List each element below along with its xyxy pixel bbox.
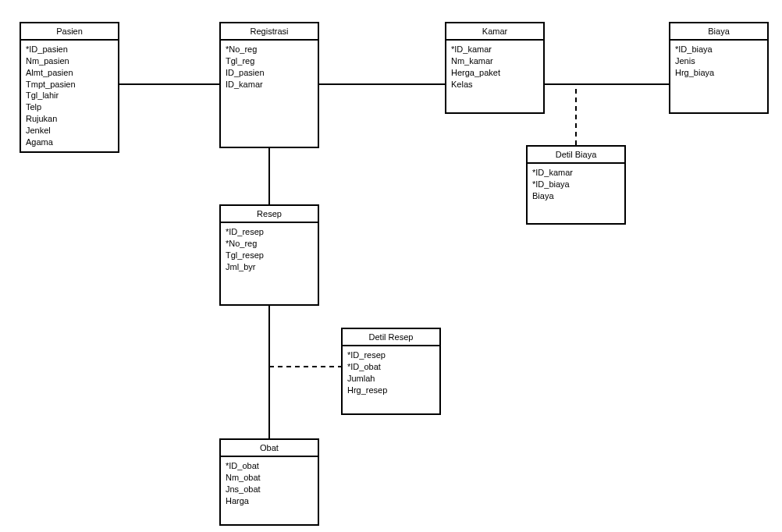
attr: Jns_obat <box>226 484 313 495</box>
attr: Biaya <box>532 190 620 202</box>
attr: *ID_kamar <box>532 167 620 179</box>
entity-attrs: *ID_kamar Nm_kamar Herga_paket Kelas <box>446 41 543 93</box>
attr: ID_kamar <box>226 79 313 90</box>
attr: Nm_obat <box>226 472 313 484</box>
entity-attrs: *ID_resep *ID_obat Jumlah Hrg_resep <box>343 346 439 399</box>
entity-title: Detil Resep <box>343 329 439 346</box>
attr: *ID_obat <box>226 460 313 472</box>
entity-title: Resep <box>221 206 318 223</box>
attr: Agama <box>26 137 113 148</box>
attr: Jml_byr <box>226 261 313 273</box>
attr: *No_reg <box>226 238 313 250</box>
attr: Telp <box>26 101 113 113</box>
attr: *ID_biaya <box>532 179 620 190</box>
attr: Nm_pasien <box>26 55 113 67</box>
entity-attrs: *ID_obat Nm_obat Jns_obat Harga <box>221 457 318 509</box>
attr: Rujukan <box>26 113 113 125</box>
entity-obat: Obat *ID_obat Nm_obat Jns_obat Harga <box>219 438 319 526</box>
attr: Kelas <box>451 79 539 90</box>
attr: Hrg_resep <box>347 385 435 396</box>
entity-resep: Resep *ID_resep *No_reg Tgl_resep Jml_by… <box>219 204 319 306</box>
entity-attrs: *ID_biaya Jenis Hrg_biaya <box>670 41 767 82</box>
attr: *ID_obat <box>347 361 435 373</box>
entity-attrs: *No_reg Tgl_reg ID_pasien ID_kamar <box>221 41 318 93</box>
entity-title: Kamar <box>446 23 543 41</box>
attr: Jenkel <box>26 125 113 137</box>
entity-title: Pasien <box>21 23 118 41</box>
attr: Jenis <box>675 55 762 67</box>
attr: *ID_kamar <box>451 44 539 55</box>
attr: *ID_biaya <box>675 44 762 55</box>
attr: ID_pasien <box>226 67 313 79</box>
entity-detil-resep: Detil Resep *ID_resep *ID_obat Jumlah Hr… <box>341 328 441 415</box>
attr: Herga_paket <box>451 67 539 79</box>
entity-attrs: *ID_pasien Nm_pasien Almt_pasien Tmpt_pa… <box>21 41 118 151</box>
entity-biaya: Biaya *ID_biaya Jenis Hrg_biaya <box>669 22 769 114</box>
attr: *No_reg <box>226 44 313 55</box>
entity-pasien: Pasien *ID_pasien Nm_pasien Almt_pasien … <box>20 22 119 153</box>
attr: Tgl_reg <box>226 55 313 67</box>
attr: Harga <box>226 495 313 507</box>
attr: Tgl_lahir <box>26 90 113 101</box>
entity-title: Biaya <box>670 23 767 41</box>
attr: Jumlah <box>347 373 435 385</box>
attr: Almt_pasien <box>26 67 113 79</box>
attr: *ID_resep <box>347 349 435 361</box>
entity-attrs: *ID_resep *No_reg Tgl_resep Jml_byr <box>221 223 318 275</box>
attr: Hrg_biaya <box>675 67 762 79</box>
entity-kamar: Kamar *ID_kamar Nm_kamar Herga_paket Kel… <box>445 22 545 114</box>
entity-title: Registrasi <box>221 23 318 41</box>
attr: Nm_kamar <box>451 55 539 67</box>
entity-attrs: *ID_kamar *ID_biaya Biaya <box>528 164 624 205</box>
attr: *ID_pasien <box>26 44 113 55</box>
attr: *ID_resep <box>226 226 313 238</box>
attr: Tmpt_pasien <box>26 79 113 90</box>
attr: Tgl_resep <box>226 250 313 261</box>
entity-title: Obat <box>221 440 318 457</box>
entity-title: Detil Biaya <box>528 147 624 164</box>
entity-registrasi: Registrasi *No_reg Tgl_reg ID_pasien ID_… <box>219 22 319 148</box>
entity-detil-biaya: Detil Biaya *ID_kamar *ID_biaya Biaya <box>526 145 626 225</box>
